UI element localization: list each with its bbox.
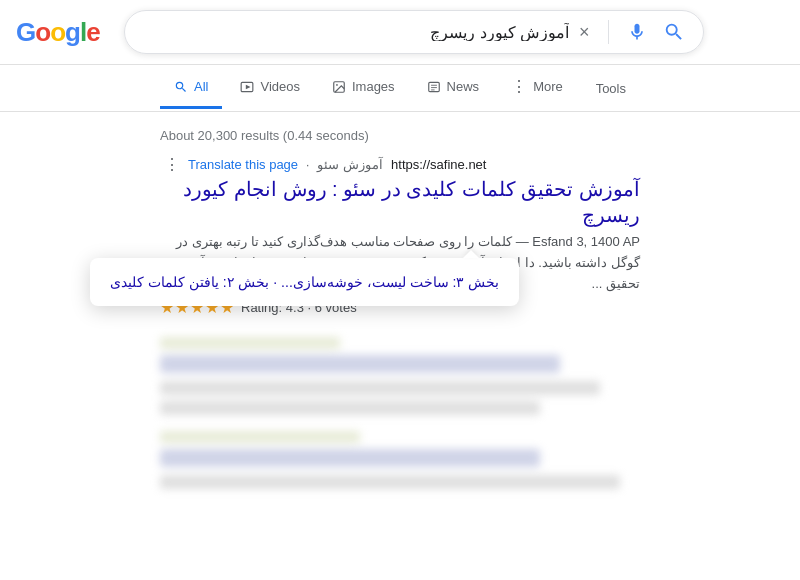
clear-button[interactable]: ×: [577, 20, 592, 45]
translate-link[interactable]: Translate this page: [188, 157, 298, 172]
mic-icon: [627, 22, 647, 42]
logo-o1: o: [35, 17, 50, 48]
search-bar: آموزش کیورد ریسرچ ×: [124, 10, 704, 54]
clear-icon: ×: [579, 22, 590, 43]
tab-all-label: All: [194, 79, 208, 94]
result-title[interactable]: آموزش تحقیق کلمات کلیدی در سئو : روش انج…: [160, 176, 640, 228]
images-icon: [332, 80, 346, 94]
svg-point-3: [336, 84, 338, 86]
result-url-row: ⋮ Translate this page · آموزش سئو https:…: [160, 155, 640, 174]
tab-all[interactable]: All: [160, 67, 222, 109]
blurred-result-3: [160, 431, 640, 489]
search-bar-icons: ×: [577, 19, 687, 45]
all-icon: [174, 80, 188, 94]
tab-news-label: News: [447, 79, 480, 94]
tab-videos-label: Videos: [260, 79, 300, 94]
videos-icon: [240, 80, 254, 94]
search-input[interactable]: آموزش کیورد ریسرچ: [141, 23, 569, 41]
header: Google آموزش کیورد ریسرچ ×: [0, 0, 800, 65]
logo-g2: g: [65, 17, 80, 48]
results-count: About 20,300 results (0.44 seconds): [160, 120, 640, 155]
search-button[interactable]: [661, 19, 687, 45]
tooltip-popup: بخش ۳: ساخت لیست، خوشه‌سازی... · بخش ۲: …: [90, 258, 519, 306]
google-logo[interactable]: Google: [16, 17, 100, 48]
tab-more[interactable]: ⋮ More: [497, 65, 577, 111]
tab-images-label: Images: [352, 79, 395, 94]
tab-images[interactable]: Images: [318, 67, 409, 109]
tooltip-text: بخش ۳: ساخت لیست، خوشه‌سازی... · بخش ۲: …: [110, 274, 499, 290]
results-area: About 20,300 results (0.44 seconds) ⋮ Tr…: [0, 112, 800, 513]
search-icon: [663, 21, 685, 43]
result-menu-icon[interactable]: ⋮: [164, 155, 180, 174]
more-icon: ⋮: [511, 77, 527, 96]
tab-news[interactable]: News: [413, 67, 494, 109]
mic-button[interactable]: [625, 20, 649, 44]
divider: [608, 20, 609, 44]
tab-more-label: More: [533, 79, 563, 94]
logo-e: e: [86, 17, 99, 48]
tools-button[interactable]: Tools: [582, 69, 640, 108]
result-date: Esfand 3, 1400 AP —: [516, 234, 640, 249]
breadcrumb-separator: ·: [306, 158, 309, 172]
result-breadcrumb: آموزش سئو: [317, 157, 383, 172]
svg-marker-1: [246, 84, 251, 89]
logo-g: G: [16, 17, 35, 48]
news-icon: [427, 80, 441, 94]
result-url: https://safine.net: [391, 157, 486, 172]
logo-o2: o: [50, 17, 65, 48]
blurred-result-2: [160, 337, 640, 415]
nav-tabs: All Videos Images News ⋮ More Tools: [0, 65, 800, 112]
tab-videos[interactable]: Videos: [226, 67, 314, 109]
